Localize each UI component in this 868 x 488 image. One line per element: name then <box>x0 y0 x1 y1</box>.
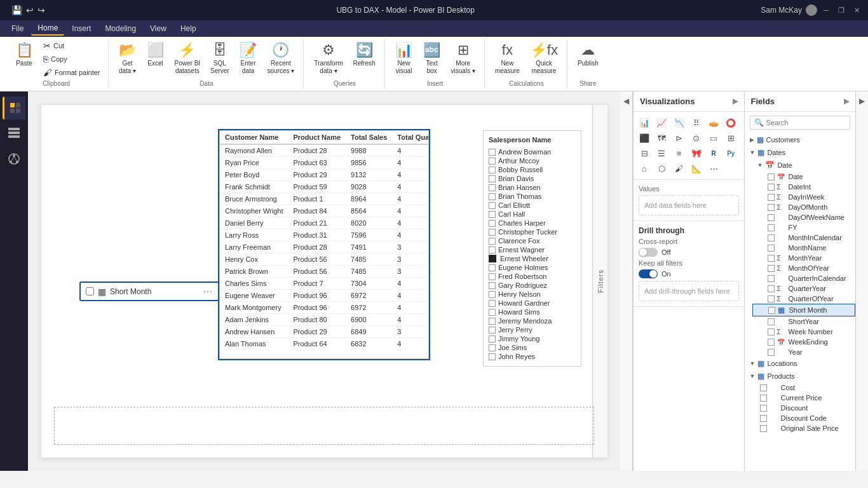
salesperson-checkbox[interactable] <box>489 175 496 182</box>
field-monthname[interactable]: MonthName <box>752 243 856 253</box>
field-weekending-checkbox[interactable] <box>768 339 775 346</box>
customers-header[interactable]: ▶ ▦ Customers <box>745 133 856 146</box>
field-current-price-checkbox[interactable] <box>760 395 767 402</box>
minimize-button[interactable]: ─ <box>821 5 831 15</box>
viz-analytics[interactable]: 📐 <box>689 161 703 175</box>
new-measure-button[interactable]: fx Newmeasure <box>491 39 524 78</box>
field-dateint[interactable]: Σ DateInt <box>752 182 856 192</box>
close-button[interactable]: ✕ <box>851 5 862 15</box>
salesperson-item[interactable]: Ernest Wagner <box>489 245 576 254</box>
short-month-checkbox[interactable] <box>86 287 94 295</box>
power-bi-datasets-button[interactable]: ⚡ Power BIdatasets <box>171 39 205 78</box>
cross-report-toggle[interactable] <box>639 248 658 257</box>
locations-header[interactable]: ▼ ▦ Locations <box>745 357 856 370</box>
salesperson-item[interactable]: Bobby Russell <box>489 165 576 174</box>
sidebar-model-view[interactable] <box>3 147 25 170</box>
viz-bar-chart[interactable]: 📊 <box>637 116 651 130</box>
products-header[interactable]: ▼ ▦ Products <box>745 370 856 383</box>
viz-scatter[interactable]: ⠿ <box>689 116 703 130</box>
field-year[interactable]: Year <box>752 347 856 357</box>
field-dayinweek-checkbox[interactable] <box>768 194 775 201</box>
salesperson-checkbox[interactable] <box>489 353 496 360</box>
cut-button[interactable]: ✂ Cut <box>41 39 103 52</box>
salesperson-checkbox[interactable] <box>489 282 496 289</box>
field-fy-checkbox[interactable] <box>768 224 775 231</box>
transform-data-button[interactable]: ⚙ Transformdata ▾ <box>310 39 346 78</box>
field-date[interactable]: 📅 Date <box>752 172 856 182</box>
col-total-quantity[interactable]: Total Quantity <box>392 131 428 144</box>
salesperson-item[interactable]: Christopher Tucker <box>489 227 576 236</box>
salesperson-checkbox[interactable] <box>489 211 496 218</box>
field-discount-code-checkbox[interactable] <box>760 415 767 422</box>
salesperson-item[interactable]: Eugene Holmes <box>489 263 576 272</box>
field-monthincalendar-checkbox[interactable] <box>768 234 775 241</box>
excel-button[interactable]: ⬜ Excel <box>143 39 168 70</box>
salesperson-checkbox[interactable] <box>489 291 496 298</box>
field-quarterincalendar-checkbox[interactable] <box>768 275 775 282</box>
viz-treemap[interactable]: ⬛ <box>637 131 651 145</box>
field-cost[interactable]: Cost <box>745 383 856 393</box>
format-painter-button[interactable]: 🖌 Format painter <box>41 66 103 79</box>
viz-donut[interactable]: ⭕ <box>724 116 738 130</box>
search-input[interactable] <box>766 119 846 126</box>
undo-icon[interactable]: ↩ <box>26 5 34 15</box>
field-original-sale-price[interactable]: Original Sale Price <box>745 423 856 433</box>
field-dateint-checkbox[interactable] <box>768 184 775 191</box>
text-box-button[interactable]: 🔤 Textbox <box>419 39 445 78</box>
redo-icon[interactable]: ↪ <box>37 5 45 15</box>
salesperson-checkbox[interactable] <box>489 158 496 165</box>
salesperson-item[interactable]: Clarence Fox <box>489 236 576 245</box>
salesperson-checkbox[interactable] <box>489 220 496 227</box>
data-table-container[interactable]: Customer Name Product Name Total Sales T… <box>220 131 428 347</box>
viz-values-drop[interactable]: Add data fields here <box>639 195 739 215</box>
field-short-month-checkbox[interactable] <box>768 307 775 314</box>
field-dayofweekname[interactable]: DayOfWeekName <box>752 212 856 222</box>
salesperson-checkbox[interactable] <box>489 202 496 209</box>
field-quarterincalendar[interactable]: QuarterInCalendar <box>752 273 856 283</box>
dates-header[interactable]: ▼ ▦ Dates <box>745 146 856 159</box>
field-discount[interactable]: Discount <box>745 403 856 413</box>
quick-measure-button[interactable]: ⚡fx Quickmeasure <box>526 39 562 78</box>
salesperson-item[interactable]: Brian Thomas <box>489 192 576 201</box>
field-quarteryear-checkbox[interactable] <box>768 285 775 292</box>
field-shortyear-checkbox[interactable] <box>768 318 775 325</box>
field-weeknumber[interactable]: Σ Week Number <box>752 327 856 337</box>
menu-insert[interactable]: Insert <box>65 22 97 35</box>
salesperson-item[interactable]: Carl Hall <box>489 210 576 219</box>
salesperson-checkbox[interactable] <box>489 184 496 191</box>
field-year-checkbox[interactable] <box>768 349 775 356</box>
salesperson-item[interactable]: Brian Davis <box>489 174 576 183</box>
salesperson-checkbox[interactable] <box>489 273 496 280</box>
field-original-sale-price-checkbox[interactable] <box>760 425 767 432</box>
field-cost-checkbox[interactable] <box>760 384 767 391</box>
viz-pie[interactable]: 🥧 <box>707 116 721 130</box>
fields-search-box[interactable]: 🔍 <box>750 116 851 130</box>
viz-format[interactable]: 🖌 <box>672 161 686 175</box>
main-visual[interactable]: Customer Name Product Name Total Sales T… <box>219 130 429 359</box>
short-month-chip[interactable]: ▦ Short Month ⋯ <box>79 281 219 301</box>
salesperson-checkbox[interactable] <box>489 309 496 316</box>
field-current-price[interactable]: Current Price <box>745 393 856 403</box>
salesperson-item[interactable]: Carl Elliott <box>489 201 576 210</box>
viz-funnel[interactable]: ⊳ <box>672 131 686 145</box>
publish-button[interactable]: ☁ Publish <box>574 39 602 70</box>
col-total-sales[interactable]: Total Sales <box>346 131 392 144</box>
salesperson-checkbox[interactable] <box>489 229 496 236</box>
salesperson-checkbox[interactable] <box>489 318 496 325</box>
salesperson-item[interactable]: Henry Nelson <box>489 290 576 299</box>
salesperson-item[interactable]: Howard Sims <box>489 308 576 316</box>
salesperson-checkbox[interactable] <box>489 344 496 351</box>
new-visual-button[interactable]: 📊 Newvisual <box>391 39 417 78</box>
viz-gauge[interactable]: ⊙ <box>689 131 703 145</box>
field-dayofmonth[interactable]: Σ DayOfMonth <box>752 202 856 212</box>
field-weekending[interactable]: 📅 WeekEnding <box>752 337 856 347</box>
refresh-button[interactable]: 🔄 Refresh <box>349 39 379 70</box>
field-fy[interactable]: FY <box>752 222 856 233</box>
viz-map[interactable]: 🗺 <box>654 131 668 145</box>
keep-filters-toggle[interactable] <box>639 269 658 278</box>
menu-file[interactable]: File <box>5 22 30 35</box>
field-short-month[interactable]: ▦ Short Month <box>752 304 856 316</box>
field-discount-checkbox[interactable] <box>760 405 767 412</box>
filters-panel[interactable]: Filters <box>592 105 607 458</box>
menu-home[interactable]: Home <box>31 22 64 36</box>
